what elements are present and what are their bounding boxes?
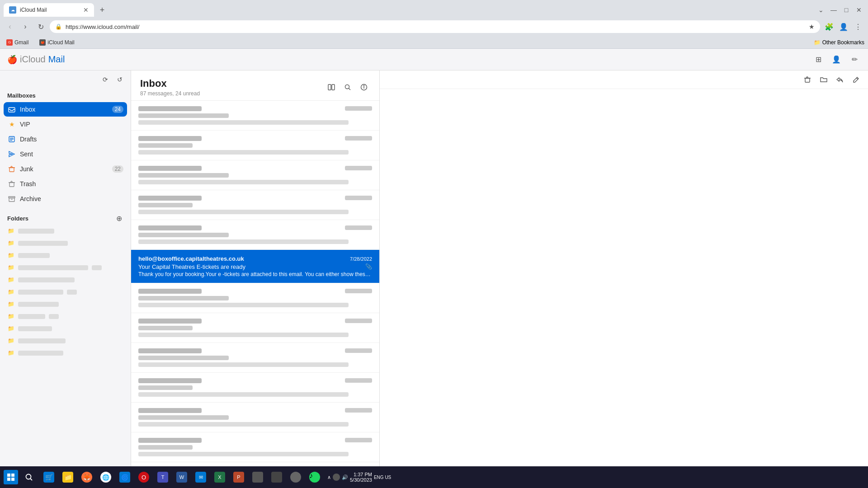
folder-item-7[interactable]: 📁: [4, 298, 127, 310]
other-bookmarks-label[interactable]: Other Bookmarks: [822, 39, 864, 46]
selected-email-item[interactable]: hello@boxoffice.capitaltheatres.co.uk 7/…: [131, 250, 379, 283]
taskbar-app-edge[interactable]: 🌀: [116, 468, 134, 486]
columns-toggle-btn[interactable]: [325, 81, 338, 94]
compose-icon-btn[interactable]: ✏: [848, 53, 861, 66]
taskbar-app-powerpoint[interactable]: P: [230, 468, 248, 486]
tab-bar: ☁ iCloud Mail ✕ + ⌄ — □ ✕: [0, 0, 868, 17]
email-row-7[interactable]: [131, 283, 379, 313]
volume-icon: 🔊: [342, 474, 348, 480]
folder-item-1[interactable]: 📁: [4, 225, 127, 237]
forward-button[interactable]: ›: [19, 20, 32, 33]
email-row-8[interactable]: [131, 313, 379, 343]
start-button[interactable]: [4, 470, 18, 484]
mail-logo-text: Mail: [48, 54, 65, 65]
taskbar-app-mail[interactable]: ✉: [192, 468, 210, 486]
email-row-11[interactable]: [131, 403, 379, 432]
add-folder-button[interactable]: ⊕: [114, 214, 123, 223]
edge-icon: 🌀: [119, 472, 130, 483]
email-row-10[interactable]: [131, 373, 379, 403]
bookmark-icloud[interactable]: 🍎 iCloud Mail: [37, 38, 77, 47]
expand-tray-btn[interactable]: ∧: [327, 474, 331, 480]
folder-item-memberships[interactable]: 📁: [4, 347, 127, 359]
move-to-folder-btn[interactable]: [817, 73, 830, 86]
folder-name-9: [18, 326, 52, 331]
taskbar-app-opera[interactable]: O: [135, 468, 153, 486]
sidebar-item-inbox[interactable]: Inbox 24: [4, 102, 127, 117]
taskbar-app-excel[interactable]: X: [211, 468, 229, 486]
profile-btn[interactable]: 👤: [837, 20, 850, 33]
taskbar-search-btn[interactable]: [20, 468, 38, 486]
new-tab-button[interactable]: +: [96, 4, 108, 16]
folder-icon-1: 📁: [7, 227, 14, 235]
search-btn[interactable]: [341, 81, 354, 94]
date-display: 5/30/2023: [350, 477, 372, 483]
extensions-btn[interactable]: 🧩: [823, 20, 835, 33]
delete-btn[interactable]: [801, 73, 814, 86]
bookmark-gmail[interactable]: G Gmail: [4, 38, 31, 47]
taskbar-app-store[interactable]: 🛒: [40, 468, 58, 486]
active-tab[interactable]: ☁ iCloud Mail ✕: [4, 3, 94, 17]
taskbar-app-4[interactable]: ♪: [306, 468, 324, 486]
refresh-button[interactable]: ↻: [34, 20, 47, 33]
folder-item-3[interactable]: 📁: [4, 249, 127, 261]
taskbar-app-3[interactable]: [287, 468, 305, 486]
bookmark-star-icon[interactable]: ★: [809, 23, 815, 30]
taskbar-app-1[interactable]: [249, 468, 267, 486]
email-row-1[interactable]: [131, 101, 379, 131]
taskbar-app-chrome[interactable]: 🌐: [97, 468, 115, 486]
app-header-actions: ⊞ 👤 ✏: [812, 53, 861, 66]
folder-item-8[interactable]: 📁: [4, 310, 127, 322]
email-subject: Your Capital Theatres E-tickets are read…: [138, 263, 372, 270]
grid-icon-btn[interactable]: ⊞: [812, 53, 825, 66]
folder-item-4[interactable]: 📁: [4, 262, 127, 273]
close-window-btn[interactable]: ✕: [854, 5, 864, 15]
email-row-12[interactable]: [131, 432, 379, 462]
folder-name-8: [18, 314, 45, 319]
taskbar-app-firefox[interactable]: 🦊: [78, 468, 96, 486]
sidebar-item-drafts[interactable]: Drafts: [4, 132, 127, 146]
folder-item-6[interactable]: 📁: [4, 286, 127, 298]
tab-list-btn[interactable]: ⌄: [816, 5, 826, 15]
sidebar-item-junk[interactable]: Junk 22: [4, 162, 127, 176]
info-btn[interactable]: [358, 81, 370, 94]
email-row-3[interactable]: [131, 160, 379, 190]
sidebar-item-vip[interactable]: ★ VIP: [4, 117, 127, 131]
email-row-2[interactable]: [131, 131, 379, 160]
back-button[interactable]: ‹: [4, 20, 16, 33]
folder-item-5[interactable]: 📁: [4, 274, 127, 286]
email-list-panel: Inbox 87 messages, 24 unread: [131, 70, 380, 488]
sidebar-refresh-circle-btn[interactable]: ⟳: [100, 74, 111, 85]
folder-icon-10: 📁: [7, 337, 14, 344]
compose-new-btn[interactable]: [850, 73, 863, 86]
email-row-9[interactable]: [131, 343, 379, 373]
bookmark-icloud-label: iCloud Mail: [47, 39, 74, 46]
taskbar-app-teams[interactable]: T: [154, 468, 172, 486]
email-row-4[interactable]: [131, 190, 379, 220]
tab-close-btn[interactable]: ✕: [83, 6, 89, 14]
folder-item-2[interactable]: 📁: [4, 237, 127, 249]
taskbar-app-explorer[interactable]: 📁: [59, 468, 77, 486]
sidebar-item-trash[interactable]: Trash: [4, 177, 127, 191]
folder-item-9[interactable]: 📁: [4, 323, 127, 334]
address-bar[interactable]: 🔒 https://www.icloud.com/mail/ ★: [50, 20, 820, 33]
account-icon-btn[interactable]: 👤: [830, 53, 843, 66]
email-row-5[interactable]: [131, 220, 379, 250]
folder-item-10[interactable]: 📁: [4, 335, 127, 347]
app-body: ⟳ ↺ Mailboxes Inbox 24 ★ VIP: [0, 70, 868, 488]
folders-section: Folders ⊕ 📁 📁 📁 📁: [0, 212, 131, 361]
taskbar-app-2[interactable]: [268, 468, 286, 486]
sidebar-refresh-btn[interactable]: ↺: [114, 74, 125, 85]
taskbar-app-word[interactable]: W: [173, 468, 191, 486]
sidebar-item-sent[interactable]: Sent: [4, 147, 127, 161]
svg-point-24: [26, 474, 31, 479]
minimize-btn[interactable]: —: [828, 5, 839, 15]
sent-icon: [7, 150, 16, 159]
menu-btn[interactable]: ⋮: [852, 20, 864, 33]
svg-rect-22: [7, 478, 10, 481]
maximize-btn[interactable]: □: [841, 5, 852, 15]
reply-btn[interactable]: [834, 73, 846, 86]
svg-rect-0: [9, 108, 15, 112]
system-tray: ∧ 🔊 1:37 PM 5/30/2023 ENG US: [324, 472, 395, 483]
sidebar-item-archive[interactable]: Archive: [4, 192, 127, 206]
app-icon-3: [290, 472, 301, 483]
